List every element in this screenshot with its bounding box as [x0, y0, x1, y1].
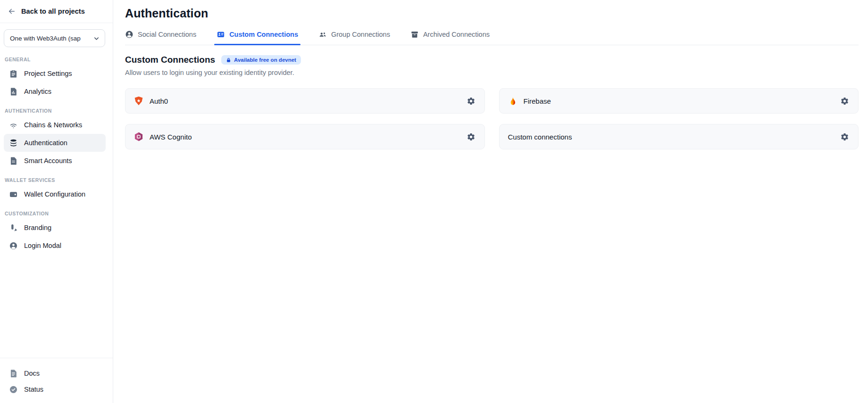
sidebar-section-label-general: GENERAL: [0, 49, 113, 65]
sidebar-item-label: Project Settings: [24, 70, 72, 77]
sidebar: Back to all projects One with Web3Auth (…: [0, 0, 113, 403]
connection-card-custom-connections: Custom connections: [499, 124, 859, 149]
sidebar-item-label: Docs: [24, 370, 40, 377]
sidebar-item-login-modal[interactable]: Login Modal: [4, 237, 106, 255]
back-arrow-icon: [8, 7, 16, 16]
person-icon: [125, 30, 134, 39]
firebase-icon: [508, 96, 518, 106]
wallet-icon: [9, 190, 18, 199]
devnet-badge: Available free on devnet: [221, 55, 301, 65]
user-circle-icon: [9, 241, 18, 250]
firebase-settings-button[interactable]: [839, 96, 850, 107]
badge-icon: [217, 30, 225, 39]
sidebar-item-label: Wallet Configuration: [24, 190, 85, 198]
sidebar-nav: GENERALProject SettingsAnalyticsAUTHENTI…: [0, 48, 113, 358]
wifi-icon: [9, 121, 18, 130]
connection-card-firebase: Firebase: [499, 88, 859, 114]
page-title: Authentication: [125, 7, 859, 20]
tab-archived-connections[interactable]: Archived Connections: [410, 30, 490, 45]
group-icon: [318, 30, 327, 39]
sidebar-item-label: Chains & Networks: [24, 121, 82, 129]
sidebar-item-label: Branding: [24, 224, 51, 231]
auth0-settings-button[interactable]: [466, 96, 476, 107]
tab-bar: Social ConnectionsCustom ConnectionsGrou…: [125, 30, 859, 45]
sidebar-footer: DocsStatus: [0, 358, 113, 403]
connection-card-label: Auth0: [150, 97, 168, 105]
branding-icon: [9, 223, 18, 232]
gear-icon: [840, 97, 849, 106]
sidebar-item-label: Login Modal: [24, 242, 61, 249]
docs-icon: [9, 369, 18, 378]
lock-icon: [226, 58, 231, 63]
custom-connections-settings-button[interactable]: [839, 132, 850, 142]
auth0-icon: [134, 96, 144, 106]
tab-social-connections[interactable]: Social Connections: [125, 30, 196, 45]
project-selector-dropdown[interactable]: One with Web3Auth (sap: [4, 29, 105, 47]
sidebar-section-label-authentication: AUTHENTICATION: [0, 100, 113, 116]
sidebar-item-chains-networks[interactable]: Chains & Networks: [4, 116, 106, 134]
clipboard-icon: [9, 69, 18, 78]
back-to-projects-link[interactable]: Back to all projects: [0, 0, 113, 23]
document-icon: [9, 156, 18, 165]
project-selector-value: One with Web3Auth (sap: [10, 35, 81, 42]
connection-card-label: Firebase: [524, 97, 551, 105]
connection-card-label: Custom connections: [508, 133, 572, 141]
devnet-badge-label: Available free on devnet: [234, 57, 296, 63]
cognito-icon: [134, 132, 144, 142]
database-icon: [9, 139, 18, 148]
sidebar-item-label: Analytics: [24, 88, 51, 95]
archive-icon: [410, 30, 419, 39]
gear-icon: [840, 132, 849, 141]
back-label: Back to all projects: [21, 8, 85, 15]
sidebar-item-analytics[interactable]: Analytics: [4, 82, 106, 100]
gear-icon: [467, 97, 476, 106]
sidebar-section-label-customization: CUSTOMIZATION: [0, 203, 113, 219]
sidebar-item-authentication[interactable]: Authentication: [4, 134, 106, 152]
tab-group-connections[interactable]: Group Connections: [318, 30, 390, 45]
chevron-down-icon: [93, 35, 100, 42]
main-content: Authentication Social ConnectionsCustom …: [113, 0, 868, 403]
connection-card-aws-cognito: AWS Cognito: [125, 124, 485, 149]
sidebar-item-label: Authentication: [24, 139, 67, 147]
tab-label: Archived Connections: [423, 31, 490, 38]
connections-grid: Auth0FirebaseAWS CognitoCustom connectio…: [125, 88, 859, 149]
analytics-doc-icon: [9, 87, 18, 96]
sidebar-item-label: Smart Accounts: [24, 157, 72, 164]
section-head: Custom Connections Available free on dev…: [125, 55, 859, 65]
aws-cognito-settings-button[interactable]: [466, 132, 476, 142]
sidebar-item-docs[interactable]: Docs: [4, 365, 106, 381]
sidebar-item-project-settings[interactable]: Project Settings: [4, 65, 106, 82]
section-description: Allow users to login using your existing…: [125, 69, 859, 76]
section-heading: Custom Connections: [125, 55, 215, 65]
connection-card-label: AWS Cognito: [150, 133, 192, 141]
tab-label: Custom Connections: [229, 31, 298, 38]
sidebar-item-wallet-configuration[interactable]: Wallet Configuration: [4, 185, 106, 203]
gear-icon: [467, 132, 476, 141]
sidebar-item-status[interactable]: Status: [4, 381, 106, 397]
connection-card-auth0: Auth0: [125, 88, 485, 114]
tab-label: Group Connections: [331, 31, 390, 38]
sidebar-item-label: Status: [24, 386, 43, 393]
tab-custom-connections[interactable]: Custom Connections: [217, 30, 298, 45]
sidebar-section-label-wallet-services: WALLET SERVICES: [0, 170, 113, 185]
sidebar-item-smart-accounts[interactable]: Smart Accounts: [4, 152, 106, 170]
check-circle-icon: [9, 385, 18, 394]
tab-label: Social Connections: [138, 31, 196, 38]
sidebar-item-branding[interactable]: Branding: [4, 219, 106, 237]
